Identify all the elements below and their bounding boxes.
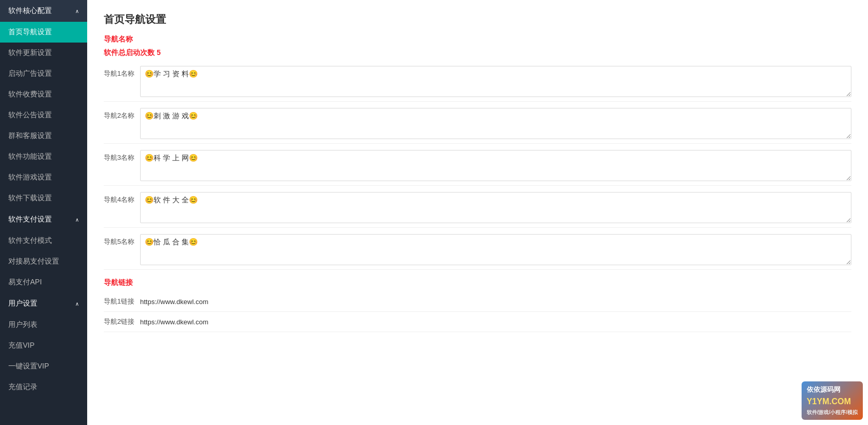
link-value-1: https://www.dkewl.com [140,298,209,306]
sidebar-item-recharge-history[interactable]: 充值记录 [0,377,87,397]
sidebar-item-epay-settings[interactable]: 对接易支付设置 [0,251,87,272]
nav-row-2: 导航2名称 😊刺 激 游 戏😊 [104,104,851,144]
nav-textarea-4[interactable]: 😊软 件 大 全😊 [140,192,851,223]
sidebar-item-set-vip[interactable]: 一键设置VIP [0,356,87,377]
sidebar-item-download-settings[interactable]: 软件下载设置 [0,188,87,209]
link-row-1: 导航1链接 https://www.dkewl.com [104,292,851,312]
nav-label-4: 导航4名称 [104,192,140,204]
launch-count-header: 软件总启动次数 5 [104,48,851,58]
sidebar-item-game-settings[interactable]: 软件游戏设置 [0,167,87,188]
sidebar-item-ad-settings[interactable]: 启动广告设置 [0,63,87,84]
sidebar-item-user-list[interactable]: 用户列表 [0,314,87,335]
sidebar-item-function-settings[interactable]: 软件功能设置 [0,146,87,167]
sidebar-item-update-settings[interactable]: 软件更新设置 [0,43,87,63]
link-row-2: 导航2链接 https://www.dkewl.com [104,312,851,332]
watermark-badge: 依依源码网 Y1YM.COM 软件/游戏/小程序/模拟 [802,381,863,420]
nav-label-5: 导航5名称 [104,234,140,246]
nav-textarea-5[interactable]: 😊恰 瓜 合 集😊 [140,234,851,265]
sidebar-item-recharge-vip[interactable]: 充值VIP [0,335,87,356]
link-value-2: https://www.dkewl.com [140,318,209,326]
sidebar-item-nav-settings[interactable]: 首页导航设置 [0,22,87,43]
nav-row-4: 导航4名称 😊软 件 大 全😊 [104,188,851,228]
watermark-line2: Y1YM.COM [807,395,858,408]
nav-textarea-2[interactable]: 😊刺 激 游 戏😊 [140,108,851,139]
nav-row-5: 导航5名称 😊恰 瓜 合 集😊 [104,230,851,270]
sidebar: 软件核心配置 ∧ 首页导航设置 软件更新设置 启动广告设置 软件收费设置 软件公… [0,0,87,425]
nav-label-2: 导航2名称 [104,108,140,120]
chevron-up-icon2: ∧ [75,217,79,223]
nav-name-header: 导航名称 [104,35,851,44]
link-label-1: 导航1链接 [104,297,140,306]
chevron-up-icon: ∧ [75,8,79,14]
nav-row-1: 导航1名称 😊学 习 资 料😊 [104,62,851,102]
sidebar-group-core-label: 软件核心配置 [8,6,52,16]
sidebar-group-payment-label: 软件支付设置 [8,215,52,224]
sidebar-group-user-label: 用户设置 [8,299,37,308]
sidebar-item-epay-api[interactable]: 易支付API [0,272,87,293]
sidebar-group-core[interactable]: 软件核心配置 ∧ [0,0,87,22]
link-label-2: 导航2链接 [104,317,140,326]
nav-label-1: 导航1名称 [104,66,140,78]
page-title: 首页导航设置 [104,12,851,26]
nav-row-3: 导航3名称 😊科 学 上 网😊 [104,146,851,186]
nav-textarea-1[interactable]: 😊学 习 资 料😊 [140,66,851,97]
nav-label-3: 导航3名称 [104,150,140,162]
sidebar-item-fee-settings[interactable]: 软件收费设置 [0,84,87,105]
nav-link-header: 导航链接 [104,278,851,287]
sidebar-group-user[interactable]: 用户设置 ∧ [0,293,87,314]
watermark-line3: 软件/游戏/小程序/模拟 [807,408,858,417]
sidebar-group-payment[interactable]: 软件支付设置 ∧ [0,209,87,230]
chevron-up-icon3: ∧ [75,301,79,307]
sidebar-item-customer-settings[interactable]: 群和客服设置 [0,126,87,146]
nav-textarea-3[interactable]: 😊科 学 上 网😊 [140,150,851,181]
sidebar-item-notice-settings[interactable]: 软件公告设置 [0,105,87,126]
watermark-line1: 依依源码网 [807,385,858,395]
main-content: 首页导航设置 导航名称 软件总启动次数 5 导航1名称 😊学 习 资 料😊 导航… [87,0,868,425]
sidebar-item-payment-mode[interactable]: 软件支付模式 [0,230,87,251]
